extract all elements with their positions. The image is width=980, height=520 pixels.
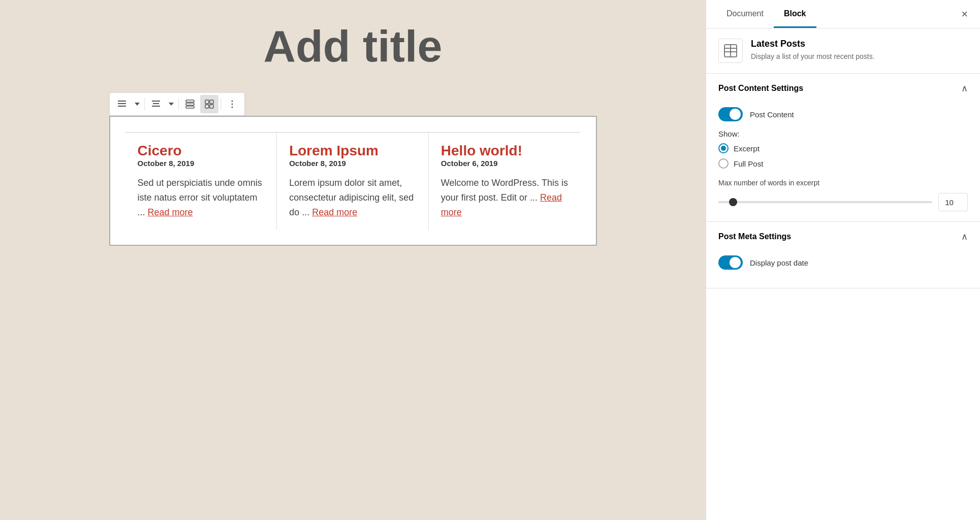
svg-rect-9 (205, 100, 209, 104)
display-post-date-label: Display post date (750, 258, 808, 267)
excerpt-word-count-input[interactable] (938, 193, 968, 211)
svg-rect-5 (152, 106, 160, 107)
read-more-2[interactable]: Read more (312, 207, 357, 217)
toolbar-separator-1 (144, 98, 145, 110)
excerpt-slider-thumb[interactable] (729, 198, 737, 206)
excerpt-radio-button[interactable] (718, 143, 729, 153)
display-post-date-row: Display post date (718, 255, 968, 270)
latest-posts-icon (723, 44, 738, 58)
block-icon (718, 39, 743, 63)
grid-view-button[interactable] (200, 95, 218, 113)
post-title-2[interactable]: Lorem Ipsum (289, 143, 378, 158)
post-excerpt-2: Lorem ipsum dolor sit amet, consectetur … (289, 176, 416, 219)
post-date-1: October 8, 2019 (138, 159, 265, 168)
svg-rect-2 (118, 106, 126, 107)
svg-rect-6 (186, 100, 194, 102)
svg-rect-7 (186, 103, 194, 105)
excerpt-radio-label: Excerpt (734, 144, 760, 153)
post-date-3: October 6, 2019 (441, 159, 568, 168)
close-sidebar-button[interactable]: × (959, 6, 970, 23)
chevron-up-icon: ∧ (961, 83, 968, 94)
list-view-button[interactable] (181, 95, 199, 113)
post-excerpt-1: Sed ut perspiciatis unde omnis iste natu… (138, 176, 265, 219)
chevron-down-icon (135, 103, 140, 106)
post-item-2: Lorem Ipsum October 8, 2019 Lorem ipsum … (277, 132, 429, 230)
post-content-settings-header[interactable]: Post Content Settings ∧ (706, 74, 980, 103)
svg-rect-12 (210, 105, 213, 108)
block-wrapper: Cicero October 8, 2019 Sed ut perspiciat… (109, 92, 597, 246)
svg-rect-0 (118, 101, 126, 102)
post-content-settings-title: Post Content Settings (718, 84, 803, 93)
post-meta-settings-title: Post Meta Settings (718, 232, 791, 241)
excerpt-slider-track (718, 201, 932, 203)
block-info-title: Latest Posts (751, 39, 875, 49)
chevron-down-icon-2 (169, 103, 174, 106)
tabs-group: Document Block (716, 1, 816, 27)
block-toolbar (109, 92, 245, 116)
align-dropdown[interactable] (147, 95, 176, 113)
list-view-icon (185, 100, 195, 109)
list-icon-button[interactable] (113, 95, 131, 113)
post-title-3[interactable]: Hello world! (441, 143, 522, 158)
list-icon (117, 100, 127, 109)
chevron-up-icon-2: ∧ (961, 231, 968, 242)
post-content-toggle-label: Post Content (750, 110, 794, 119)
svg-rect-1 (118, 103, 126, 104)
svg-rect-10 (210, 100, 213, 104)
read-more-1[interactable]: Read more (148, 207, 193, 217)
posts-grid: Cicero October 8, 2019 Sed ut perspiciat… (125, 132, 581, 230)
more-options-icon (228, 100, 237, 109)
align-icon (151, 100, 161, 109)
block-info-description: Display a list of your most recent posts… (751, 51, 875, 62)
list-dropdown-arrow[interactable] (132, 95, 142, 113)
more-options-button[interactable] (223, 95, 241, 113)
excerpt-radio-option[interactable]: Excerpt (718, 143, 968, 153)
post-content-toggle-row: Post Content (718, 107, 968, 121)
svg-point-14 (231, 104, 233, 105)
show-label: Show: (718, 129, 968, 138)
full-post-radio-option[interactable]: Full Post (718, 158, 968, 169)
post-content-settings-body: Post Content Show: Excerpt Full Post Max… (706, 103, 980, 221)
sidebar: Document Block × Latest Posts Display a … (706, 0, 980, 520)
grid-view-icon (205, 100, 214, 109)
block-info-text: Latest Posts Display a list of your most… (751, 39, 875, 62)
tab-document[interactable]: Document (716, 1, 774, 28)
excerpt-slider-row (718, 193, 968, 211)
post-meta-settings-header[interactable]: Post Meta Settings ∧ (706, 222, 980, 251)
post-content-settings-section: Post Content Settings ∧ Post Content Sho… (706, 74, 980, 222)
post-date-2: October 8, 2019 (289, 159, 416, 168)
svg-point-15 (231, 107, 233, 108)
list-view-dropdown[interactable] (113, 95, 142, 113)
show-radio-group: Excerpt Full Post (718, 143, 968, 169)
toolbar-separator-2 (178, 98, 179, 110)
svg-point-13 (231, 101, 233, 102)
sidebar-tabs: Document Block × (706, 0, 980, 28)
tab-block[interactable]: Block (774, 1, 816, 28)
page-title[interactable]: Add title (30, 20, 675, 72)
svg-rect-11 (205, 105, 209, 108)
post-meta-settings-section: Post Meta Settings ∧ Display post date (706, 222, 980, 288)
post-title-1[interactable]: Cicero (138, 143, 182, 158)
post-meta-settings-body: Display post date (706, 251, 980, 288)
editor-area: ▲ ⋮⋮ ▼ Add title (0, 0, 706, 520)
post-item-1: Cicero October 8, 2019 Sed ut perspiciat… (125, 132, 277, 230)
align-button[interactable] (147, 95, 165, 113)
full-post-radio-button[interactable] (718, 158, 729, 169)
post-item-3: Hello world! October 6, 2019 Welcome to … (429, 132, 581, 230)
full-post-radio-label: Full Post (734, 159, 763, 168)
post-content-toggle[interactable] (718, 107, 743, 121)
excerpt-word-count-label: Max number of words in excerpt (718, 179, 968, 187)
svg-rect-8 (186, 106, 194, 108)
align-dropdown-arrow[interactable] (166, 95, 176, 113)
display-post-date-toggle[interactable] (718, 255, 743, 270)
svg-rect-4 (153, 103, 159, 104)
block-info-section: Latest Posts Display a list of your most… (706, 28, 980, 74)
svg-rect-3 (152, 101, 160, 102)
post-excerpt-3: Welcome to WordPress. This is your first… (441, 176, 568, 219)
posts-block: Cicero October 8, 2019 Sed ut perspiciat… (109, 116, 597, 246)
toolbar-separator-3 (220, 98, 221, 110)
